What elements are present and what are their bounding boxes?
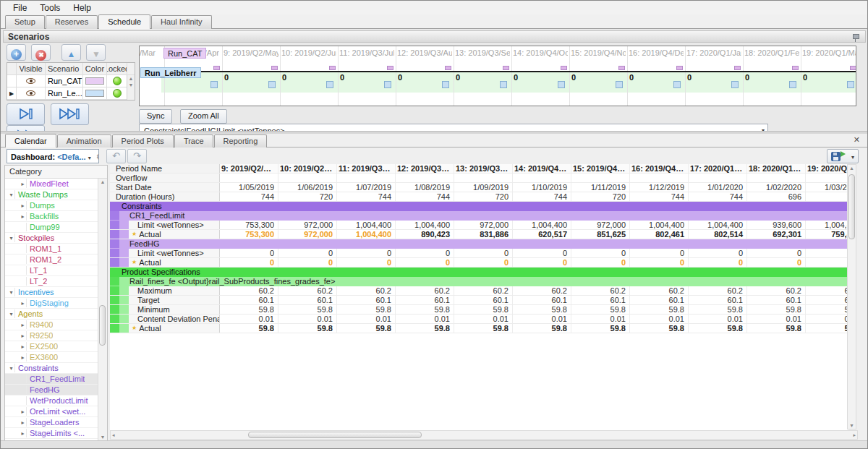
table-cell[interactable]: 0 xyxy=(806,249,848,257)
timeline-task-marker-icon[interactable] xyxy=(326,81,333,88)
category-tree-item[interactable]: ▾Agents xyxy=(5,309,98,320)
timeline-task-marker-icon[interactable] xyxy=(442,81,449,88)
table-cell[interactable]: 744 xyxy=(220,192,278,201)
table-cell[interactable] xyxy=(454,174,513,182)
table-cell[interactable]: 1,004,400 xyxy=(689,221,747,229)
table-cell[interactable] xyxy=(806,174,848,182)
category-tree-item[interactable]: ▸DigStaging xyxy=(5,298,98,309)
table-cell[interactable]: 1/06/2019 xyxy=(278,183,337,192)
timeline-task-marker-icon[interactable] xyxy=(558,81,565,88)
milestone-marker-icon[interactable] xyxy=(734,66,741,70)
milestone-marker-icon[interactable] xyxy=(618,66,625,70)
table-cell[interactable]: 60.1 xyxy=(630,296,689,304)
table-cell[interactable]: 59.8 xyxy=(337,324,396,333)
table-row[interactable]: Maximum60.260.260.260.260.260.260.260.26… xyxy=(110,286,848,296)
category-tree-item[interactable]: ▸MixedFleet xyxy=(5,179,98,189)
table-cell[interactable]: 59.8 xyxy=(278,305,337,314)
timeline-task-marker-icon[interactable] xyxy=(616,81,623,88)
table-cell[interactable] xyxy=(571,174,630,182)
table-cell[interactable]: 60.2 xyxy=(513,286,571,295)
dashboard-select[interactable]: Dashboard: <Defa... ▾ ⚙ xyxy=(7,149,99,163)
chevron-expanded-icon[interactable]: ▾ xyxy=(8,192,14,198)
table-cell[interactable]: 0 xyxy=(513,258,571,267)
table-row[interactable]: Content Deviation Penalty0.010.010.010.0… xyxy=(110,315,848,324)
table-cell[interactable]: 0.01 xyxy=(513,315,571,323)
chevron-collapsed-icon[interactable]: ▸ xyxy=(20,419,26,426)
table-cell[interactable]: 60.2 xyxy=(630,286,689,295)
table-cell[interactable]: 0 xyxy=(630,258,689,267)
move-down-button[interactable]: ▼ xyxy=(86,44,106,61)
table-cell[interactable] xyxy=(630,174,689,182)
scenario-name-cell[interactable]: Run_CAT xyxy=(46,75,83,87)
table-cell[interactable]: 59.8 xyxy=(513,324,571,333)
delete-scenario-button[interactable]: ✖ xyxy=(31,44,51,61)
pin-icon[interactable] xyxy=(851,33,859,42)
period-data-grid[interactable]: Period Name9: 2019/Q2/May10: 2019/Q2/Jun… xyxy=(110,164,848,430)
run-cat-chip[interactable]: Run_CAT xyxy=(163,48,206,59)
table-cell[interactable]: 60.1 xyxy=(747,296,806,304)
table-cell[interactable] xyxy=(396,174,454,182)
chevron-collapsed-icon[interactable]: ▸ xyxy=(20,333,26,339)
color-swatch[interactable] xyxy=(85,77,104,85)
locked-indicator[interactable] xyxy=(113,89,122,98)
table-cell[interactable]: 60.1 xyxy=(513,296,571,304)
table-cell[interactable]: 0 xyxy=(220,258,278,267)
table-cell[interactable]: 753,300 xyxy=(220,221,278,229)
chevron-collapsed-icon[interactable]: ▸ xyxy=(20,202,26,209)
table-cell[interactable]: 744 xyxy=(630,192,689,201)
table-cell[interactable]: 60.2 xyxy=(220,286,278,295)
table-cell[interactable]: 59.8 xyxy=(689,305,747,314)
table-row[interactable]: Product Specifications xyxy=(110,268,848,277)
table-cell[interactable]: 851,625 xyxy=(571,230,630,239)
table-cell[interactable]: 0 xyxy=(571,249,630,257)
milestone-marker-icon[interactable] xyxy=(792,66,799,70)
category-tree-item[interactable]: CR1_FeedLimit xyxy=(5,374,98,385)
category-tree-item[interactable]: ▾Incentives xyxy=(5,287,98,298)
table-cell[interactable]: 1,004,400 xyxy=(806,221,848,229)
timeline-leibherr-row[interactable] xyxy=(161,72,856,93)
table-cell[interactable]: 60.2 xyxy=(571,286,630,295)
step-forward-button[interactable] xyxy=(7,103,45,125)
close-icon[interactable]: ✕ xyxy=(854,135,860,145)
table-cell[interactable]: 0.01 xyxy=(454,315,513,323)
chevron-collapsed-icon[interactable]: ▸ xyxy=(20,300,26,307)
table-row[interactable]: Minimum59.859.859.859.859.859.859.859.85… xyxy=(110,305,848,315)
table-cell[interactable]: 744 xyxy=(396,192,454,201)
timeline-task-marker-icon[interactable] xyxy=(673,81,681,88)
timeline-task-marker-icon[interactable] xyxy=(210,81,218,88)
category-tree-item[interactable]: ▸StageLimits <... xyxy=(5,428,98,439)
table-cell[interactable]: 60.2 xyxy=(747,286,806,295)
timeline-chart[interactable]: /MarQ2/Apr9: 2019/Q2/May10: 2019/Q2/Jun1… xyxy=(139,46,856,106)
table-cell[interactable]: 59.8 xyxy=(396,305,454,314)
table-cell[interactable]: 0.01 xyxy=(689,315,747,323)
chevron-collapsed-icon[interactable]: ▸ xyxy=(20,409,26,415)
table-cell[interactable]: 0.01 xyxy=(337,315,396,323)
category-tree-item[interactable]: ▸R9400 xyxy=(5,320,98,330)
table-cell[interactable]: 60.2 xyxy=(806,286,848,295)
run-to-end-button[interactable] xyxy=(51,103,89,125)
table-cell[interactable]: 59.8 xyxy=(571,324,630,333)
table-cell[interactable]: 0.01 xyxy=(747,315,806,323)
table-row[interactable]: Limit <wetTonnes>753,300972,0001,004,400… xyxy=(110,221,848,230)
table-cell[interactable]: 60.2 xyxy=(689,286,747,295)
table-cell[interactable]: 1/07/2019 xyxy=(337,183,396,192)
table-cell[interactable]: 939,600 xyxy=(747,221,806,229)
chevron-collapsed-icon[interactable]: ▸ xyxy=(20,181,26,187)
tab-reporting[interactable]: Reporting xyxy=(214,134,268,147)
table-cell[interactable]: 0 xyxy=(747,249,806,257)
table-cell[interactable]: 0 xyxy=(630,249,689,257)
table-cell[interactable]: 720 xyxy=(571,192,630,201)
table-cell[interactable]: 59.8 xyxy=(747,305,806,314)
table-cell[interactable]: 60.1 xyxy=(689,296,747,304)
table-cell[interactable]: 60.1 xyxy=(220,296,278,304)
grid-vertical-scrollbar[interactable]: ▲ ▼ xyxy=(847,164,856,429)
table-cell[interactable]: 0.01 xyxy=(806,315,848,323)
color-cell[interactable] xyxy=(83,75,107,87)
table-cell[interactable]: 1/08/2019 xyxy=(396,183,454,192)
category-tree-item[interactable]: ▾Stockpiles xyxy=(5,233,98,244)
chevron-collapsed-icon[interactable]: ▸ xyxy=(20,343,26,350)
table-row[interactable]: FeedHG xyxy=(110,239,848,249)
menu-item-tools[interactable]: Tools xyxy=(33,1,67,14)
table-cell[interactable]: 696 xyxy=(747,192,806,201)
table-row[interactable]: Limit <wetTonnes>00000000000 xyxy=(110,249,848,258)
